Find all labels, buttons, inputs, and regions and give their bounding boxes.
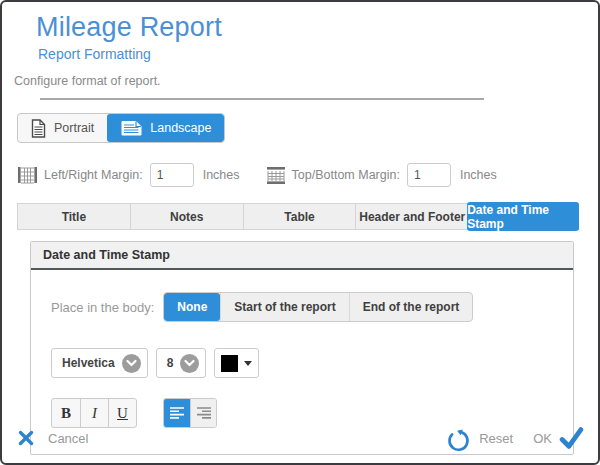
font-color-picker[interactable] [214,348,259,378]
panel-header: Date and Time Stamp [31,242,573,270]
reset-label[interactable]: Reset [479,431,513,446]
portrait-label: Portrait [54,121,94,135]
cancel-label: Cancel [48,431,88,446]
section-tabs: Title Notes Table Header and Footer Date… [17,203,579,230]
top-bottom-margin-input[interactable] [407,163,451,187]
left-right-margin-unit: Inches [203,168,240,182]
ok-label[interactable]: OK [533,431,552,446]
chevron-down-icon [122,354,141,373]
top-bottom-margin-unit: Inches [460,168,497,182]
left-right-margin-input[interactable] [150,163,194,187]
tab-title[interactable]: Title [18,204,130,229]
color-swatch [221,355,238,372]
landscape-page-icon [121,120,142,136]
reset-button[interactable] [445,425,472,452]
tab-header-and-footer[interactable]: Header and Footer [355,204,468,229]
margins-row: Left/Right Margin: Inches Top/Bottom Mar… [17,163,598,187]
page-subtitle: Report Formatting [38,46,598,62]
tab-notes[interactable]: Notes [130,204,243,229]
place-in-body-label: Place in the body: [51,300,154,315]
font-family-dropdown[interactable]: Helvetica [51,348,148,378]
caret-down-icon [244,361,252,366]
top-bottom-margin-label: Top/Bottom Margin: [292,168,400,182]
place-option-start[interactable]: Start of the report [220,293,348,321]
vertical-margins-grid-icon [17,166,38,184]
tab-date-and-time-stamp[interactable]: Date and Time Stamp [467,202,579,231]
cancel-button[interactable]: Cancel [18,430,88,446]
place-in-body-control: None Start of the report End of the repo… [163,292,473,322]
page-title: Mileage Report [36,12,598,43]
font-size-dropdown[interactable]: 8 [156,348,207,378]
font-family-value: Helvetica [62,356,115,370]
landscape-button[interactable]: Landscape [107,114,224,142]
header-divider [40,98,484,100]
font-size-value: 8 [167,356,174,370]
left-right-margin-label: Left/Right Margin: [44,168,143,182]
place-option-end[interactable]: End of the report [349,293,473,321]
horizontal-margins-grid-icon [266,166,286,185]
landscape-label: Landscape [150,121,211,135]
place-option-none[interactable]: None [164,293,220,321]
chevron-down-icon [180,354,199,373]
checkmark-icon ok-button[interactable] [559,426,584,451]
report-formatting-dialog: Mileage Report Report Formatting Configu… [0,0,600,465]
tab-table[interactable]: Table [243,204,356,229]
page-description: Configure format of report. [14,74,598,88]
dialog-footer: Cancel Reset OK [2,417,598,463]
x-icon [18,430,34,446]
portrait-button[interactable]: Portrait [18,114,107,142]
orientation-control: Portrait Landscape [17,113,598,143]
portrait-page-icon [31,119,46,138]
